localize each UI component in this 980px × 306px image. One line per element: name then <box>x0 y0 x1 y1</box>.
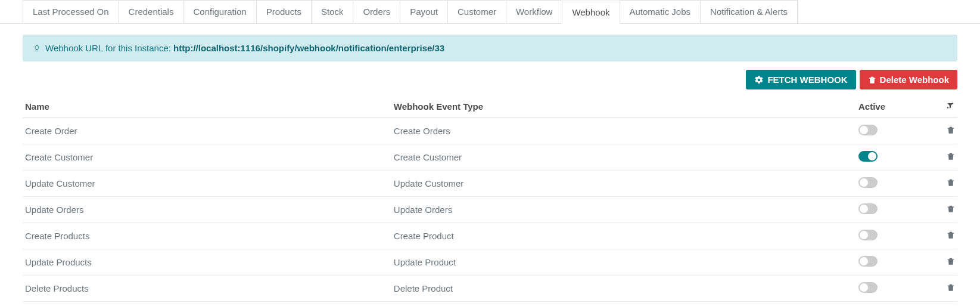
cell-delete <box>928 171 957 197</box>
cell-delete <box>928 223 957 249</box>
tab-products[interactable]: Products <box>256 0 311 23</box>
cell-name: Update Products <box>23 249 391 276</box>
delete-webhook-button[interactable]: Delete Webhook <box>860 70 957 89</box>
tab-configuration[interactable]: Configuration <box>183 0 256 23</box>
svg-point-1 <box>947 107 949 109</box>
cell-delete <box>928 249 957 276</box>
active-toggle[interactable] <box>858 282 878 293</box>
trash-icon[interactable] <box>947 178 955 187</box>
active-toggle[interactable] <box>858 230 878 240</box>
cell-active <box>856 118 928 144</box>
tab-automatic-jobs[interactable]: Automatic Jobs <box>620 0 701 23</box>
table-row: Delete ProductsDelete Product <box>23 276 957 302</box>
cell-name: Create Order <box>23 118 391 144</box>
banner-url: http://localhost:1116/shopify/webhook/no… <box>173 43 444 53</box>
cell-name: Create Products <box>23 223 391 249</box>
col-header-name: Name <box>23 95 391 118</box>
tabs-bar: Last Processed OnCredentialsConfiguratio… <box>0 0 980 24</box>
tab-stock[interactable]: Stock <box>311 0 353 23</box>
table-row: Update CustomerUpdate Customer <box>23 171 957 197</box>
delete-webhook-label: Delete Webhook <box>880 75 949 85</box>
trash-icon[interactable] <box>947 231 955 239</box>
cell-active <box>856 144 928 171</box>
active-toggle[interactable] <box>858 177 878 188</box>
cell-name: Update Orders <box>23 197 391 223</box>
webhook-table: Name Webhook Event Type Active Create Or… <box>23 95 957 302</box>
table-row: Create ProductsCreate Product <box>23 223 957 249</box>
tab-notification-alerts[interactable]: Notification & Alerts <box>700 0 798 23</box>
col-header-event-type: Webhook Event Type <box>391 95 856 118</box>
cell-name: Create Customer <box>23 144 391 171</box>
tab-last-processed-on[interactable]: Last Processed On <box>23 0 119 23</box>
cell-event-type: Update Customer <box>391 171 856 197</box>
cell-active <box>856 171 928 197</box>
cell-event-type: Update Product <box>391 249 856 276</box>
cell-active <box>856 223 928 249</box>
cell-delete <box>928 144 957 171</box>
table-row: Create OrderCreate Orders <box>23 118 957 144</box>
tab-workflow[interactable]: Workflow <box>506 0 562 23</box>
table-row: Update OrdersUpdate Orders <box>23 197 957 223</box>
col-header-active: Active <box>856 95 928 118</box>
col-header-filter[interactable] <box>928 95 957 118</box>
table-row: Create CustomerCreate Customer <box>23 144 957 171</box>
tab-credentials[interactable]: Credentials <box>119 0 183 23</box>
tab-customer[interactable]: Customer <box>447 0 506 23</box>
cell-event-type: Delete Product <box>391 276 856 302</box>
active-toggle[interactable] <box>858 125 878 135</box>
banner-prefix: Webhook URL for this Instance: <box>45 43 173 53</box>
cell-active <box>856 276 928 302</box>
lightbulb-icon <box>33 44 41 53</box>
cell-name: Delete Products <box>23 276 391 302</box>
tab-orders[interactable]: Orders <box>353 0 400 23</box>
active-toggle[interactable] <box>858 151 878 162</box>
fetch-webhook-label: FETCH WEBHOOK <box>767 75 847 85</box>
action-row: FETCH WEBHOOK Delete Webhook <box>23 70 957 89</box>
filter-icon <box>945 101 955 110</box>
cell-event-type: Create Orders <box>391 118 856 144</box>
gear-icon <box>754 75 764 85</box>
cell-delete <box>928 276 957 302</box>
tab-webhook[interactable]: Webhook <box>562 1 619 24</box>
trash-icon[interactable] <box>947 152 955 160</box>
webhook-url-banner: Webhook URL for this Instance: http://lo… <box>23 35 957 61</box>
cell-active <box>856 249 928 276</box>
svg-point-0 <box>952 103 954 104</box>
active-toggle[interactable] <box>858 256 878 267</box>
trash-icon[interactable] <box>947 126 955 134</box>
cell-event-type: Update Orders <box>391 197 856 223</box>
cell-event-type: Create Product <box>391 223 856 249</box>
cell-active <box>856 197 928 223</box>
cell-name: Update Customer <box>23 171 391 197</box>
trash-icon[interactable] <box>947 205 955 213</box>
cell-delete <box>928 197 957 223</box>
trash-icon[interactable] <box>947 257 955 265</box>
trash-icon <box>868 76 876 84</box>
tab-payout[interactable]: Payout <box>400 0 447 23</box>
trash-icon[interactable] <box>947 283 955 292</box>
table-row: Update ProductsUpdate Product <box>23 249 957 276</box>
cell-delete <box>928 118 957 144</box>
cell-event-type: Create Customer <box>391 144 856 171</box>
active-toggle[interactable] <box>858 203 878 214</box>
fetch-webhook-button[interactable]: FETCH WEBHOOK <box>746 70 855 89</box>
banner-text: Webhook URL for this Instance: http://lo… <box>45 43 444 53</box>
